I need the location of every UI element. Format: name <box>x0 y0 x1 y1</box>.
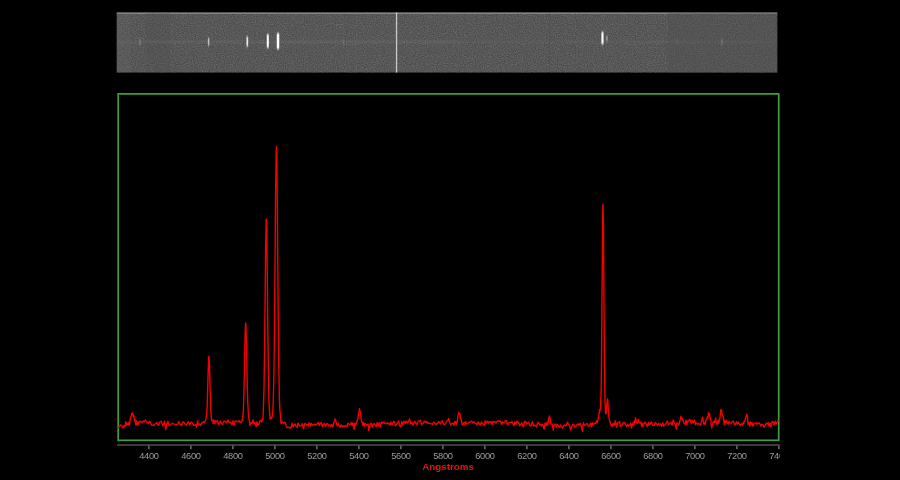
svg-text:5200: 5200 <box>307 451 327 461</box>
svg-text:7200: 7200 <box>727 451 747 461</box>
svg-text:6800: 6800 <box>643 451 663 461</box>
svg-text:4400: 4400 <box>139 451 159 461</box>
svg-text:5800: 5800 <box>433 451 453 461</box>
svg-text:5400: 5400 <box>349 451 369 461</box>
svg-text:6200: 6200 <box>517 451 537 461</box>
svg-text:5600: 5600 <box>391 451 411 461</box>
svg-text:6600: 6600 <box>601 451 621 461</box>
svg-text:4800: 4800 <box>223 451 243 461</box>
svg-text:4600: 4600 <box>181 451 201 461</box>
svg-text:6000: 6000 <box>475 451 495 461</box>
svg-text:6400: 6400 <box>559 451 579 461</box>
svg-text:Angstroms: Angstroms <box>422 461 474 472</box>
svg-text:7400: 7400 <box>769 451 789 461</box>
svg-text:7000: 7000 <box>685 451 705 461</box>
svg-text:5000: 5000 <box>265 451 285 461</box>
